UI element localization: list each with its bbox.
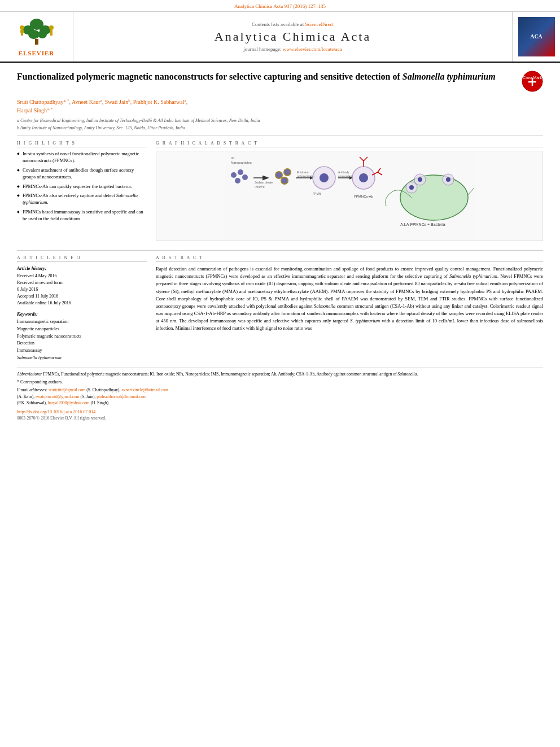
svg-text:Antibody: Antibody: [338, 171, 349, 174]
highlights-list: In-situ synthesis of novel functionalize…: [17, 151, 147, 222]
svg-point-35: [320, 173, 329, 182]
article-title: Functionalized polymeric magnetic nanoco…: [17, 71, 522, 83]
doi-line: http://dx.doi.org/10.1016/j.aca.2016.07.…: [17, 409, 543, 414]
list-item: FPMNCs based immunoassay is sensitive an…: [17, 209, 147, 222]
citation-bar: Analytica Chimica Acta 937 (2016) 127–13…: [0, 0, 560, 12]
sciencedirect-prefix: Contents lists available at: [252, 21, 305, 27]
keyword-2: Magnetic nanoparticles: [17, 326, 147, 333]
svg-text:capping: capping: [255, 185, 265, 188]
article-history-label: Article history:: [17, 265, 147, 271]
svg-text:IO: IO: [231, 156, 235, 160]
highlights-heading: H I G H L I G H T S: [17, 141, 147, 147]
svg-point-53: [418, 177, 422, 182]
svg-text:A.I.A-FPMNCs + Bacteria: A.I.A-FPMNCs + Bacteria: [400, 222, 445, 226]
sciencedirect-line: Contents lists available at ScienceDirec…: [252, 21, 334, 27]
journal-title: Analytica Chimica Acta: [215, 29, 371, 44]
article-history-section: Article history: Received 4 May 2016 Rec…: [17, 265, 147, 307]
graphical-abstract-svg: IO Nanoparticles Sodium oleate: [225, 152, 474, 240]
svg-rect-12: [50, 30, 53, 36]
affiliations: a Centre for Biomedical Engineering, Ind…: [17, 117, 543, 131]
journal-homepage-link[interactable]: www.elsevier.com/locate/aca: [283, 46, 342, 52]
email-link-4[interactable]: prahsabharwal@hotmail.com: [97, 394, 146, 399]
bottom-notes: Abbreviations: FPMNCs, Functionalized po…: [17, 368, 543, 421]
affiliation-b: b Amity Institute of Nanotechnology, Ami…: [17, 125, 543, 131]
abstract-heading: A B S T R A C T: [156, 255, 543, 262]
graphical-abstract-heading: G R A P H I C A L A B S T R A C T: [156, 141, 543, 147]
keyword-5: Immunoassay: [17, 347, 147, 355]
doi-link[interactable]: http://dx.doi.org/10.1016/j.aca.2016.07.…: [17, 409, 95, 414]
email-link-2[interactable]: avneetvincle@hotmail.com: [121, 387, 168, 392]
graphical-abstract-column: G R A P H I C A L A B S T R A C T IO Nan…: [156, 141, 543, 244]
svg-point-55: [446, 177, 450, 182]
homepage-prefix: journal homepage:: [243, 46, 282, 52]
keyword-3: Polymeric magnetic nanoconstructs: [17, 333, 147, 340]
article-content: Functionalized polymeric magnetic nanoco…: [0, 63, 560, 426]
keyword-1: Immunomagnetic separation: [17, 318, 147, 326]
received-revised-label: Received in revised form: [17, 279, 147, 286]
sciencedirect-link[interactable]: ScienceDirect: [305, 21, 334, 27]
journal-title-area: Contents lists available at ScienceDirec…: [73, 12, 512, 62]
svg-point-27: [275, 172, 282, 178]
svg-point-29: [281, 177, 288, 184]
received-date: Received 4 May 2016: [17, 273, 147, 279]
graphical-abstract-image: IO Nanoparticles Sodium oleate: [156, 151, 543, 241]
list-item: FPMNCs-Ab can quickly sequester the targ…: [17, 184, 147, 190]
list-item: In-situ synthesis of novel functionalize…: [17, 151, 147, 164]
svg-point-51: [409, 185, 414, 190]
keyword-4: Detection: [17, 340, 147, 347]
svg-text:conjugation: conjugation: [338, 174, 353, 178]
email-link-1[interactable]: sruticiitd@gmail.com: [49, 387, 85, 392]
article-info-column: A R T I C L E I N F O Article history: R…: [17, 255, 147, 362]
divider-2: [17, 250, 543, 251]
svg-point-23: [242, 174, 248, 180]
journal-homepage-line: journal homepage: www.elsevier.com/locat…: [243, 46, 342, 52]
authors-line: Sruti Chattopadhyaya, *, Avneet Kaura, S…: [17, 98, 543, 115]
svg-point-20: [231, 172, 237, 178]
keywords-list: Immunomagnetic separation Magnetic nanop…: [17, 318, 147, 362]
highlights-column: H I G H L I G H T S In-situ synthesis of…: [17, 141, 147, 244]
svg-point-7: [20, 25, 24, 30]
abstract-column: A B S T R A C T Rapid detection and enum…: [156, 255, 543, 356]
svg-text:Emulsion: Emulsion: [297, 171, 309, 174]
svg-text:FPMNCs-Ab: FPMNCs-Ab: [354, 195, 373, 198]
abstract-text: Rapid detection and enumeration of patho…: [156, 265, 543, 333]
svg-point-42: [359, 173, 368, 182]
list-item: Covalent attachment of antibodies though…: [17, 167, 147, 181]
svg-point-11: [49, 25, 54, 30]
received-revised-date: 6 July 2016: [17, 286, 147, 293]
abbreviations-text: Abbreviations: FPMNCs, Functionalized po…: [17, 372, 543, 378]
rights-line: 0003-2670/© 2016 Elsevier B.V. All right…: [17, 416, 543, 421]
email-addresses: E-mail addresses: sruticiitd@gmail.com (…: [17, 387, 543, 406]
email-link-3[interactable]: swatijain.iitd@gmail.com: [36, 394, 80, 399]
svg-text:Sodium oleate: Sodium oleate: [255, 181, 273, 184]
aca-logo: ACA: [518, 17, 555, 56]
journal-header: ELSEVIER Contents lists available at Sci…: [0, 12, 560, 63]
page: Analytica Chimica Acta 937 (2016) 127–13…: [0, 0, 560, 747]
divider-1: [17, 136, 543, 136]
svg-point-22: [235, 178, 240, 184]
keywords-label: Keywords:: [17, 311, 147, 317]
list-item: FPMNCs-Ab also selectively capture and d…: [17, 193, 147, 206]
svg-rect-6: [35, 39, 38, 45]
keyword-6: Salmonella typhimurium: [17, 355, 147, 362]
svg-point-21: [238, 169, 243, 175]
article-info-abstract-row: A R T I C L E I N F O Article history: R…: [17, 255, 543, 362]
highlights-graphical-row: H I G H L I G H T S In-situ synthesis of…: [17, 141, 543, 244]
affiliation-a: a Centre for Biomedical Engineering, Ind…: [17, 117, 543, 124]
crossmark-badge: CrossMark: [522, 71, 543, 92]
elsevier-wordmark: ELSEVIER: [19, 50, 55, 56]
aca-logo-area: ACA: [512, 12, 560, 62]
article-title-section: Functionalized polymeric magnetic nanoco…: [17, 71, 543, 92]
elsevier-logo: ELSEVIER: [14, 18, 59, 56]
email-link-5[interactable]: harpal2000@yahoo.com: [48, 400, 90, 405]
corresponding-note: * Corresponding authors.: [17, 379, 543, 385]
elsevier-logo-area: ELSEVIER: [0, 12, 73, 62]
accepted-date: Accepted 11 July 2016: [17, 293, 147, 300]
elsevier-tree-icon: [14, 18, 59, 49]
svg-text:Nanoparticles: Nanoparticles: [231, 161, 252, 164]
article-info-heading: A R T I C L E I N F O: [17, 255, 147, 262]
svg-text:FPMN: FPMN: [313, 192, 321, 195]
svg-point-5: [38, 30, 47, 38]
online-date: Available online 16 July 2016: [17, 300, 147, 307]
svg-point-28: [284, 169, 291, 176]
